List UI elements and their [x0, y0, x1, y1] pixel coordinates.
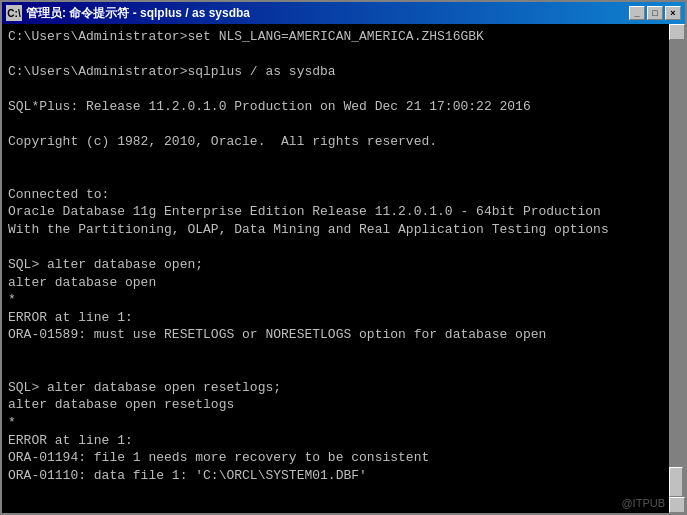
window-icon: C:\ — [6, 5, 22, 21]
close-button[interactable]: × — [665, 6, 681, 20]
scroll-down-button[interactable]: ▼ — [669, 497, 685, 513]
scrollbar[interactable]: ▲ ▼ — [669, 24, 685, 513]
watermark: @ITPUB — [621, 497, 665, 509]
scroll-thumb[interactable] — [669, 467, 683, 497]
maximize-button[interactable]: □ — [647, 6, 663, 20]
main-window: C:\ 管理员: 命令提示符 - sqlplus / as sysdba _ □… — [0, 0, 687, 515]
scroll-up-button[interactable]: ▲ — [669, 24, 685, 40]
title-buttons: _ □ × — [629, 6, 681, 20]
console-output: C:\Users\Administrator>set NLS_LANG=AMER… — [8, 28, 679, 509]
title-bar: C:\ 管理员: 命令提示符 - sqlplus / as sysdba _ □… — [2, 2, 685, 24]
window-title: 管理员: 命令提示符 - sqlplus / as sysdba — [26, 5, 250, 22]
scroll-track[interactable] — [669, 40, 685, 497]
title-bar-left: C:\ 管理员: 命令提示符 - sqlplus / as sysdba — [6, 5, 250, 22]
console-area[interactable]: C:\Users\Administrator>set NLS_LANG=AMER… — [2, 24, 685, 513]
minimize-button[interactable]: _ — [629, 6, 645, 20]
